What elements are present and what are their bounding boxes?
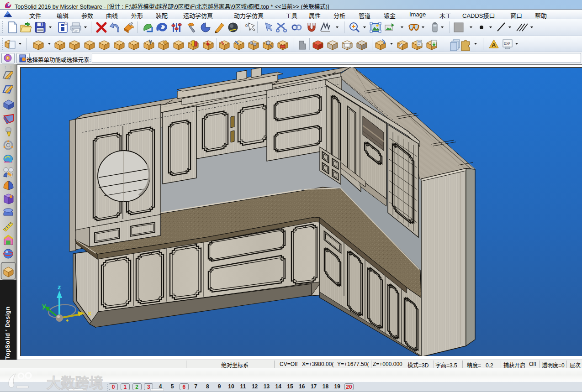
svg-text:x: x <box>88 309 92 317</box>
svg-text:z: z <box>58 283 61 291</box>
svg-text:y: y <box>42 302 46 309</box>
svg-text:A: A <box>492 42 496 48</box>
svg-text:大数跨境: 大数跨境 <box>47 375 103 391</box>
svg-text:0: 0 <box>245 23 248 28</box>
svg-text:DXF: DXF <box>504 42 510 45</box>
